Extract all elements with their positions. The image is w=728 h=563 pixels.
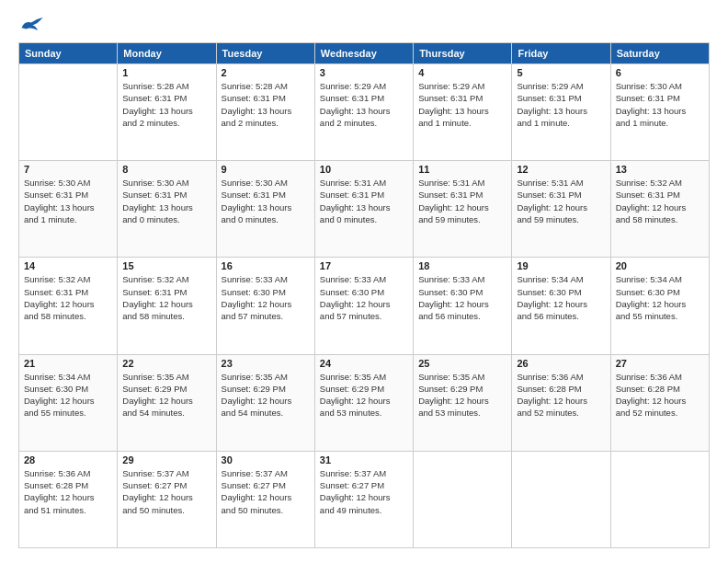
cell-info: Sunrise: 5:30 AM Sunset: 6:31 PM Dayligh… bbox=[616, 80, 704, 129]
cell-info: Sunrise: 5:35 AM Sunset: 6:29 PM Dayligh… bbox=[122, 371, 210, 419]
calendar-week-row: 28Sunrise: 5:36 AM Sunset: 6:28 PM Dayli… bbox=[19, 451, 710, 547]
weekday-header: Monday bbox=[118, 43, 216, 64]
calendar-cell: 16Sunrise: 5:33 AM Sunset: 6:30 PM Dayli… bbox=[216, 258, 314, 354]
calendar-cell: 14Sunrise: 5:32 AM Sunset: 6:31 PM Dayli… bbox=[19, 258, 118, 354]
cell-info: Sunrise: 5:33 AM Sunset: 6:30 PM Dayligh… bbox=[418, 273, 506, 322]
calendar-week-row: 14Sunrise: 5:32 AM Sunset: 6:31 PM Dayli… bbox=[19, 258, 710, 354]
calendar-cell: 5Sunrise: 5:29 AM Sunset: 6:31 PM Daylig… bbox=[512, 64, 610, 161]
calendar-cell: 21Sunrise: 5:34 AM Sunset: 6:30 PM Dayli… bbox=[19, 354, 118, 451]
cell-info: Sunrise: 5:30 AM Sunset: 6:31 PM Dayligh… bbox=[122, 177, 210, 225]
calendar-cell: 15Sunrise: 5:32 AM Sunset: 6:31 PM Dayli… bbox=[118, 258, 216, 354]
cell-date: 27 bbox=[616, 358, 704, 369]
cell-info: Sunrise: 5:32 AM Sunset: 6:31 PM Dayligh… bbox=[24, 273, 112, 322]
calendar-cell: 29Sunrise: 5:37 AM Sunset: 6:27 PM Dayli… bbox=[118, 451, 216, 547]
cell-info: Sunrise: 5:31 AM Sunset: 6:31 PM Dayligh… bbox=[418, 177, 506, 225]
cell-date: 21 bbox=[24, 358, 112, 369]
cell-date: 9 bbox=[222, 164, 310, 175]
cell-date: 23 bbox=[222, 358, 310, 369]
cell-info: Sunrise: 5:36 AM Sunset: 6:28 PM Dayligh… bbox=[24, 467, 112, 516]
cell-info: Sunrise: 5:37 AM Sunset: 6:27 PM Dayligh… bbox=[320, 467, 408, 516]
cell-info: Sunrise: 5:34 AM Sunset: 6:30 PM Dayligh… bbox=[517, 273, 605, 322]
cell-info: Sunrise: 5:32 AM Sunset: 6:31 PM Dayligh… bbox=[122, 273, 210, 322]
cell-info: Sunrise: 5:34 AM Sunset: 6:30 PM Dayligh… bbox=[24, 371, 112, 419]
cell-date: 18 bbox=[418, 260, 506, 271]
weekday-header: Thursday bbox=[414, 43, 512, 64]
calendar-cell: 30Sunrise: 5:37 AM Sunset: 6:27 PM Dayli… bbox=[216, 451, 314, 547]
cell-info: Sunrise: 5:33 AM Sunset: 6:30 PM Dayligh… bbox=[222, 273, 310, 322]
cell-date: 22 bbox=[122, 358, 210, 369]
weekday-header: Sunday bbox=[19, 43, 118, 64]
cell-info: Sunrise: 5:28 AM Sunset: 6:31 PM Dayligh… bbox=[122, 80, 210, 129]
calendar-cell: 11Sunrise: 5:31 AM Sunset: 6:31 PM Dayli… bbox=[414, 161, 512, 258]
calendar-cell: 18Sunrise: 5:33 AM Sunset: 6:30 PM Dayli… bbox=[414, 258, 512, 354]
calendar-cell bbox=[414, 451, 512, 547]
weekday-header: Wednesday bbox=[314, 43, 413, 64]
cell-info: Sunrise: 5:36 AM Sunset: 6:28 PM Dayligh… bbox=[616, 371, 704, 419]
cell-date: 15 bbox=[122, 260, 210, 271]
cell-date: 11 bbox=[418, 164, 506, 175]
cell-info: Sunrise: 5:35 AM Sunset: 6:29 PM Dayligh… bbox=[320, 371, 408, 419]
calendar-table: SundayMondayTuesdayWednesdayThursdayFrid… bbox=[18, 42, 710, 548]
calendar-cell: 9Sunrise: 5:30 AM Sunset: 6:31 PM Daylig… bbox=[216, 161, 314, 258]
cell-info: Sunrise: 5:29 AM Sunset: 6:31 PM Dayligh… bbox=[517, 80, 605, 129]
page: SundayMondayTuesdayWednesdayThursdayFrid… bbox=[0, 0, 728, 563]
cell-date: 28 bbox=[24, 454, 112, 465]
cell-info: Sunrise: 5:30 AM Sunset: 6:31 PM Dayligh… bbox=[24, 177, 112, 225]
cell-info: Sunrise: 5:36 AM Sunset: 6:28 PM Dayligh… bbox=[517, 371, 605, 419]
weekday-header: Saturday bbox=[610, 43, 709, 64]
cell-date: 10 bbox=[320, 164, 408, 175]
calendar-cell: 2Sunrise: 5:28 AM Sunset: 6:31 PM Daylig… bbox=[216, 64, 314, 161]
header bbox=[18, 15, 710, 33]
cell-date: 25 bbox=[418, 358, 506, 369]
calendar-cell: 1Sunrise: 5:28 AM Sunset: 6:31 PM Daylig… bbox=[118, 64, 216, 161]
calendar-cell: 13Sunrise: 5:32 AM Sunset: 6:31 PM Dayli… bbox=[610, 161, 709, 258]
cell-date: 17 bbox=[320, 260, 408, 271]
cell-date: 5 bbox=[517, 67, 605, 78]
calendar-cell: 25Sunrise: 5:35 AM Sunset: 6:29 PM Dayli… bbox=[414, 354, 512, 451]
cell-date: 14 bbox=[24, 260, 112, 271]
cell-info: Sunrise: 5:32 AM Sunset: 6:31 PM Dayligh… bbox=[616, 177, 704, 225]
calendar-cell bbox=[512, 451, 610, 547]
calendar-header-row: SundayMondayTuesdayWednesdayThursdayFrid… bbox=[19, 43, 710, 64]
cell-date: 4 bbox=[418, 67, 506, 78]
cell-info: Sunrise: 5:31 AM Sunset: 6:31 PM Dayligh… bbox=[320, 177, 408, 225]
calendar-cell: 26Sunrise: 5:36 AM Sunset: 6:28 PM Dayli… bbox=[512, 354, 610, 451]
cell-date: 1 bbox=[122, 67, 210, 78]
cell-date: 19 bbox=[517, 260, 605, 271]
cell-info: Sunrise: 5:35 AM Sunset: 6:29 PM Dayligh… bbox=[222, 371, 310, 419]
weekday-header: Tuesday bbox=[216, 43, 314, 64]
cell-date: 29 bbox=[122, 454, 210, 465]
calendar-cell: 10Sunrise: 5:31 AM Sunset: 6:31 PM Dayli… bbox=[314, 161, 413, 258]
cell-info: Sunrise: 5:34 AM Sunset: 6:30 PM Dayligh… bbox=[616, 273, 704, 322]
logo bbox=[18, 15, 48, 33]
calendar-cell: 22Sunrise: 5:35 AM Sunset: 6:29 PM Dayli… bbox=[118, 354, 216, 451]
cell-info: Sunrise: 5:29 AM Sunset: 6:31 PM Dayligh… bbox=[320, 80, 408, 129]
cell-date: 2 bbox=[222, 67, 310, 78]
cell-info: Sunrise: 5:29 AM Sunset: 6:31 PM Dayligh… bbox=[418, 80, 506, 129]
calendar-cell: 19Sunrise: 5:34 AM Sunset: 6:30 PM Dayli… bbox=[512, 258, 610, 354]
cell-date: 31 bbox=[320, 454, 408, 465]
cell-date: 24 bbox=[320, 358, 408, 369]
cell-date: 26 bbox=[517, 358, 605, 369]
calendar-cell bbox=[610, 451, 709, 547]
calendar-cell: 24Sunrise: 5:35 AM Sunset: 6:29 PM Dayli… bbox=[314, 354, 413, 451]
cell-info: Sunrise: 5:30 AM Sunset: 6:31 PM Dayligh… bbox=[222, 177, 310, 225]
calendar-cell: 27Sunrise: 5:36 AM Sunset: 6:28 PM Dayli… bbox=[610, 354, 709, 451]
cell-date: 7 bbox=[24, 164, 112, 175]
calendar-cell bbox=[19, 64, 118, 161]
cell-info: Sunrise: 5:35 AM Sunset: 6:29 PM Dayligh… bbox=[418, 371, 506, 419]
cell-info: Sunrise: 5:33 AM Sunset: 6:30 PM Dayligh… bbox=[320, 273, 408, 322]
cell-date: 30 bbox=[222, 454, 310, 465]
calendar-cell: 4Sunrise: 5:29 AM Sunset: 6:31 PM Daylig… bbox=[414, 64, 512, 161]
cell-date: 16 bbox=[222, 260, 310, 271]
cell-date: 12 bbox=[517, 164, 605, 175]
cell-info: Sunrise: 5:37 AM Sunset: 6:27 PM Dayligh… bbox=[122, 467, 210, 516]
cell-date: 3 bbox=[320, 67, 408, 78]
cell-info: Sunrise: 5:28 AM Sunset: 6:31 PM Dayligh… bbox=[222, 80, 310, 129]
cell-date: 6 bbox=[616, 67, 704, 78]
cell-date: 8 bbox=[122, 164, 210, 175]
cell-date: 13 bbox=[616, 164, 704, 175]
calendar-week-row: 7Sunrise: 5:30 AM Sunset: 6:31 PM Daylig… bbox=[19, 161, 710, 258]
calendar-cell: 28Sunrise: 5:36 AM Sunset: 6:28 PM Dayli… bbox=[19, 451, 118, 547]
calendar-cell: 12Sunrise: 5:31 AM Sunset: 6:31 PM Dayli… bbox=[512, 161, 610, 258]
